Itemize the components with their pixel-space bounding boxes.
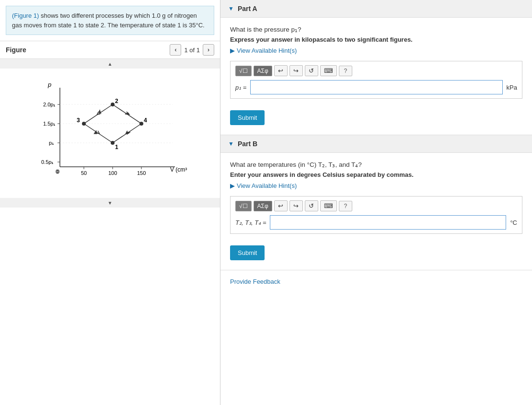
right-panel: ▼ Part A What is the pressure p₁? Expres… [220, 0, 532, 405]
part-a-hint-label: View Available Hint(s) [237, 47, 297, 54]
part-a-unit: kPa [507, 84, 517, 91]
part-b-equation-box: √☐ AΣφ ↩ ↪ ↺ ⌨ ? T₂, T₃, T₄ = °C [230, 196, 522, 234]
svg-text:2.0p₁: 2.0p₁ [43, 102, 55, 107]
part-a-body: What is the pressure p₁? Express your an… [220, 18, 532, 135]
part-b-radical-button[interactable]: √☐ [235, 201, 252, 211]
part-a-symbol-button[interactable]: AΣφ [254, 66, 272, 76]
svg-text:150: 150 [137, 170, 146, 176]
hint-arrow-icon: ▶ [230, 47, 235, 54]
figure-scroll-down-button[interactable]: ▼ [0, 198, 220, 208]
left-panel: (Figure 1) shows two different processes… [0, 0, 220, 405]
part-b-label: Part B [238, 140, 257, 148]
part-b-hint-link[interactable]: ▶ View Available Hint(s) [230, 182, 522, 189]
part-b-unit: °C [510, 219, 517, 226]
part-a-section: ▼ Part A What is the pressure p₁? Expres… [220, 0, 532, 135]
part-a-instruction: Express your answer in kilopascals to tw… [230, 36, 522, 43]
part-b-question: What are temperatures (in °C) T₂, T₃, an… [230, 161, 522, 168]
figure-area: ▲ p V (cm³) 2.0p₁ 1.5p₁ [0, 58, 220, 405]
svg-text:V (cm³): V (cm³) [170, 166, 187, 173]
figure-nav: ‹ 1 of 1 › [170, 44, 214, 56]
part-a-question: What is the pressure p₁? [230, 25, 522, 33]
part-a-label: Part A [238, 5, 257, 12]
part-a-hint-link[interactable]: ▶ View Available Hint(s) [230, 47, 522, 54]
part-b-section: ▼ Part B What are temperatures (in °C) T… [220, 135, 532, 270]
figure-header: Figure ‹ 1 of 1 › [0, 41, 220, 58]
part-b-answer-input[interactable] [270, 215, 506, 230]
svg-text:50: 50 [81, 170, 87, 176]
part-b-answer-label: T₂, T₃, T₄ = [235, 219, 266, 226]
part-b-body: What are temperatures (in °C) T₂, T₃, an… [220, 153, 532, 270]
figure-next-button[interactable]: › [203, 44, 214, 56]
svg-text:100: 100 [108, 170, 117, 176]
part-a-answer-input[interactable] [250, 80, 502, 94]
part-b-undo-button[interactable]: ↩ [274, 200, 288, 211]
figure-link[interactable]: (Figure 1) [12, 12, 39, 19]
svg-point-37 [111, 141, 115, 145]
part-b-submit-button[interactable]: Submit [230, 245, 265, 260]
part-a-radical-button[interactable]: √☐ [235, 66, 252, 76]
svg-text:3: 3 [77, 117, 80, 124]
part-a-keyboard-button[interactable]: ⌨ [320, 65, 337, 76]
part-a-redo-button[interactable]: ↪ [289, 65, 303, 76]
svg-text:2: 2 [115, 98, 118, 104]
part-b-help-button[interactable]: ? [339, 201, 352, 211]
svg-text:p: p [47, 81, 51, 88]
part-a-submit-button[interactable]: Submit [230, 110, 265, 125]
svg-text:4: 4 [144, 117, 147, 124]
part-b-header: ▼ Part B [220, 135, 532, 153]
svg-point-33 [82, 122, 86, 126]
part-b-collapse-arrow[interactable]: ▼ [228, 140, 234, 147]
part-b-symbol-button[interactable]: AΣφ [254, 201, 272, 211]
part-a-header: ▼ Part A [220, 0, 532, 18]
svg-text:0: 0 [57, 169, 59, 174]
part-b-hint-label: View Available Hint(s) [237, 182, 297, 189]
part-b-toolbar: √☐ AΣφ ↩ ↪ ↺ ⌨ ? [235, 200, 517, 211]
pv-diagram: p V (cm³) 2.0p₁ 1.5p₁ p₁ [34, 78, 187, 188]
svg-text:p₁: p₁ [49, 140, 54, 146]
part-a-reset-button[interactable]: ↺ [305, 65, 318, 76]
svg-text:1: 1 [115, 144, 118, 150]
part-b-redo-button[interactable]: ↪ [289, 200, 303, 211]
problem-description: (Figure 1) shows two different processes… [6, 6, 214, 35]
svg-point-31 [111, 103, 115, 106]
part-b-answer-row: T₂, T₃, T₄ = °C [235, 215, 517, 230]
provide-feedback-link[interactable]: Provide Feedback [220, 270, 290, 293]
figure-canvas: p V (cm³) 2.0p₁ 1.5p₁ p₁ [0, 69, 220, 198]
hint-b-arrow-icon: ▶ [230, 182, 235, 189]
part-b-instruction: Enter your answers in degrees Celsius se… [230, 171, 522, 178]
figure-prev-button[interactable]: ‹ [170, 44, 181, 56]
part-a-help-button[interactable]: ? [339, 66, 352, 76]
part-a-collapse-arrow[interactable]: ▼ [228, 5, 234, 12]
svg-point-35 [139, 122, 143, 126]
figure-page-count: 1 of 1 [184, 46, 200, 54]
figure-scroll-up-button[interactable]: ▲ [0, 59, 220, 69]
part-a-equation-box: √☐ AΣφ ↩ ↪ ↺ ⌨ ? p₁ = kPa [230, 61, 522, 99]
part-a-toolbar: √☐ AΣφ ↩ ↪ ↺ ⌨ ? [235, 65, 517, 76]
svg-text:0.5p₁: 0.5p₁ [41, 159, 53, 165]
figure-title: Figure [6, 46, 26, 54]
part-a-answer-row: p₁ = kPa [235, 80, 517, 94]
part-b-reset-button[interactable]: ↺ [305, 200, 318, 211]
problem-body: shows two different processes by which 1… [12, 12, 205, 29]
part-a-undo-button[interactable]: ↩ [274, 65, 288, 76]
part-b-keyboard-button[interactable]: ⌨ [320, 200, 337, 211]
svg-text:1.5p₁: 1.5p₁ [43, 121, 55, 127]
part-a-answer-label: p₁ = [235, 84, 246, 91]
